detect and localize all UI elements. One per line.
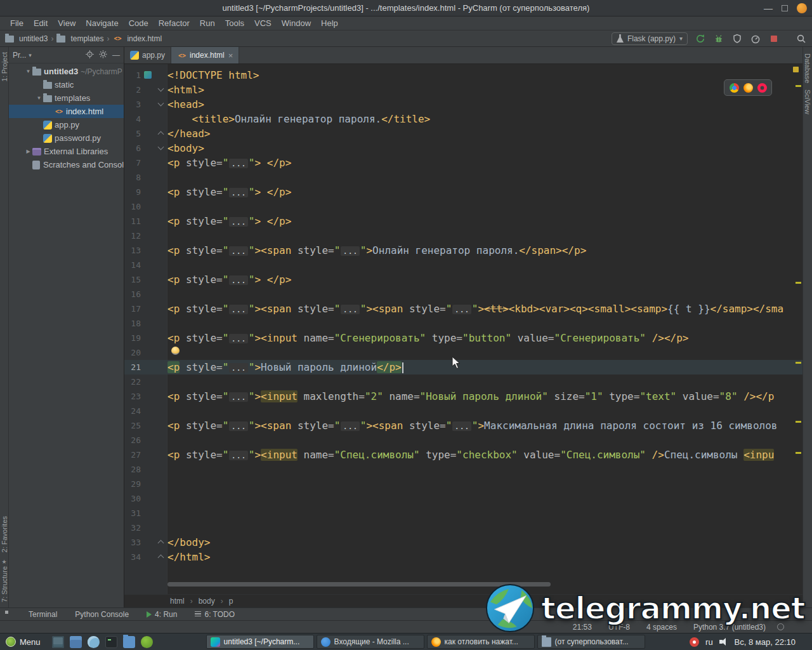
warning-stripe-mark[interactable] <box>796 421 801 423</box>
opera-icon[interactable] <box>757 83 767 93</box>
code-line-15[interactable]: 15<p style="..."> </p> <box>124 272 802 287</box>
code-line-34[interactable]: 34</html> <box>124 550 802 564</box>
code-line-19[interactable]: 19<p style="..."><input name="Сгенериров… <box>124 331 802 345</box>
editor[interactable]: 1<!DOCTYPE html>2<html>3<head>4 <title>О… <box>124 64 802 594</box>
tree-item-external-libraries[interactable]: ▶External Libraries <box>9 145 124 158</box>
fold-marker-icon[interactable] <box>155 141 167 156</box>
code-line-27[interactable]: 27<p style="..."><input name="Спец.симво… <box>124 448 802 462</box>
code-line-23[interactable]: 23<p style="..."><input maxlength="2" na… <box>124 389 802 404</box>
code-line-13[interactable]: 13<p style="..."><span style="...">Онлай… <box>124 243 802 258</box>
menu-item-refactor[interactable]: Refactor <box>154 18 195 28</box>
menu-item-help[interactable]: Help <box>316 18 343 28</box>
menu-item-file[interactable]: File <box>5 18 29 28</box>
tool-window-switcher-icon[interactable] <box>5 611 12 618</box>
code-line-20[interactable]: 20 <box>124 345 802 360</box>
highlighting-level-icon[interactable] <box>777 623 784 630</box>
python-interpreter[interactable]: Python 3.7 (untitled3) <box>693 623 766 632</box>
tree-item-untitled3[interactable]: ▼untitled3~/PycharmP <box>9 65 124 78</box>
warning-stripe-mark[interactable] <box>796 452 801 454</box>
code-line-11[interactable]: 11<p style="..."> </p> <box>124 214 802 229</box>
package-icon[interactable] <box>141 636 153 648</box>
hide-panel-button[interactable]: — <box>112 51 120 60</box>
menu-item-run[interactable]: Run <box>195 18 220 28</box>
indent-setting[interactable]: 4 spaces <box>646 623 677 632</box>
toolwindow-python-console[interactable]: Python Console <box>75 610 129 619</box>
file-manager-icon[interactable] <box>123 636 135 648</box>
menu-item-navigate[interactable]: Navigate <box>81 18 123 28</box>
fold-marker-icon[interactable] <box>155 550 167 564</box>
tree-item-password-py[interactable]: password.py <box>9 131 124 145</box>
firefox-icon[interactable] <box>743 83 753 93</box>
stripe-sciview-tab[interactable]: SciView <box>804 90 811 114</box>
clock[interactable]: Вс, 8 мар, 22:10 <box>735 637 796 647</box>
code-line-29[interactable]: 29 <box>124 477 802 491</box>
toolwindow-terminal[interactable]: Terminal <box>29 610 57 619</box>
tree-item-app-py[interactable]: app.py <box>9 118 124 131</box>
run-configuration-select[interactable]: Flask (app.py) ▾ <box>612 32 688 45</box>
code-line-16[interactable]: 16 <box>124 287 802 302</box>
menu-item-window[interactable]: Window <box>277 18 316 28</box>
code-line-5[interactable]: 5</head> <box>124 126 802 141</box>
code-line-17[interactable]: 17<p style="..."><span style="..."><span… <box>124 302 802 316</box>
tree-item-templates[interactable]: ▼templates <box>9 91 124 105</box>
keyboard-layout[interactable]: ru <box>705 637 713 647</box>
fold-marker-icon[interactable] <box>155 83 167 97</box>
taskbar-window-files[interactable]: (от суперпользоват... <box>537 635 645 649</box>
stripe-database-tab[interactable]: Database <box>804 53 811 83</box>
editor-breadcrumb-p[interactable]: p <box>229 597 233 606</box>
menu-button[interactable]: Menu <box>1 633 47 650</box>
screenshot-tool-icon[interactable] <box>52 636 64 648</box>
stripe-structure-tab[interactable]: 7: Structure <box>1 566 8 602</box>
code-line-26[interactable]: 26 <box>124 433 802 448</box>
taskbar-window-pycharm[interactable]: untitled3 [~/Pycharm... <box>206 635 314 649</box>
code-line-21[interactable]: 21<p style="...">Новый пароль длиной</p> <box>124 360 802 375</box>
menu-item-edit[interactable]: Edit <box>29 18 53 28</box>
warning-stripe-mark[interactable] <box>796 362 801 364</box>
notification-icon[interactable] <box>690 637 699 647</box>
code-line-8[interactable]: 8 <box>124 170 802 185</box>
stripe-project-tab[interactable]: 1: Project <box>1 52 8 81</box>
menu-item-tools[interactable]: Tools <box>220 18 249 28</box>
code-line-25[interactable]: 25<p style="..."><span style="..."><span… <box>124 418 802 433</box>
taskbar-window-firefox[interactable]: как отловить нажат... <box>427 635 535 649</box>
code-line-10[interactable]: 10 <box>124 199 802 214</box>
code-line-14[interactable]: 14 <box>124 258 802 272</box>
volume-icon[interactable] <box>719 638 728 646</box>
file-encoding[interactable]: UTF-8 <box>608 623 630 632</box>
code-line-3[interactable]: 3<head> <box>124 97 802 112</box>
taskbar-window-thunderbird[interactable]: Входящие - Mozilla ... <box>317 635 424 649</box>
maximize-button[interactable] <box>782 5 788 11</box>
code-line-33[interactable]: 33</body> <box>124 535 802 550</box>
caret-position[interactable]: 21:53 <box>573 623 592 632</box>
code-line-30[interactable]: 30 <box>124 491 802 506</box>
menu-item-vcs[interactable]: VCS <box>249 18 277 28</box>
minimize-button[interactable]: — <box>764 5 773 11</box>
fold-marker-icon[interactable] <box>155 97 167 112</box>
chrome-icon[interactable] <box>730 83 739 93</box>
code-line-4[interactable]: 4 <title>Онлайн генератор пароля.</title… <box>124 112 802 126</box>
tree-item-index-html[interactable]: index.html <box>9 105 124 118</box>
toolwindow-4-run[interactable]: 4: Run <box>147 610 177 619</box>
stripe-favorites-tab[interactable]: 2: Favorites <box>1 516 8 552</box>
tab-index-html[interactable]: index.html× <box>171 47 239 63</box>
code-line-7[interactable]: 7<p style="..."> </p> <box>124 156 802 170</box>
warning-stripe-mark[interactable] <box>796 85 801 87</box>
viewer-icon[interactable] <box>88 636 100 648</box>
code-line-1[interactable]: 1<!DOCTYPE html> <box>124 68 802 83</box>
lightbulb-icon[interactable] <box>171 347 180 355</box>
title-bar[interactable]: untitled3 [~/PycharmProjects/untitled3] … <box>0 0 812 17</box>
code-line-22[interactable]: 22 <box>124 375 802 389</box>
locate-icon[interactable] <box>86 50 94 60</box>
tree-arrow[interactable]: ▼ <box>35 95 43 101</box>
code-line-28[interactable]: 28 <box>124 462 802 477</box>
editor-breadcrumb-html[interactable]: html <box>170 597 185 606</box>
tree-arrow[interactable]: ▼ <box>24 69 32 74</box>
code-line-2[interactable]: 2<html> <box>124 83 802 97</box>
breadcrumb-item-index-html[interactable]: index.html <box>112 34 162 43</box>
menu-item-code[interactable]: Code <box>124 18 154 28</box>
code-line-9[interactable]: 9<p style="..."> </p> <box>124 185 802 199</box>
debug-button[interactable] <box>713 33 724 44</box>
editor-breadcrumb-body[interactable]: body <box>199 597 215 606</box>
close-icon[interactable]: × <box>228 51 233 60</box>
rerun-button[interactable] <box>695 33 706 44</box>
